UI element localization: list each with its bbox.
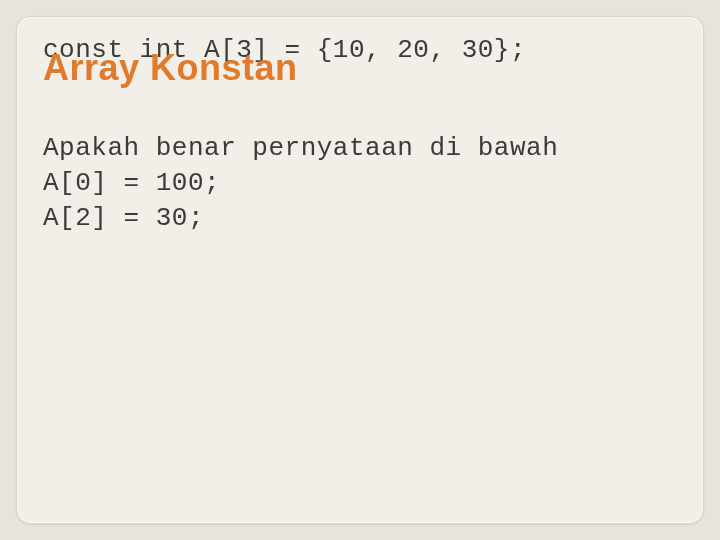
slide-title: Array Konstan <box>43 47 298 89</box>
slide-header-area: const int A[3] = {10, 20, 30}; Array Kon… <box>43 35 677 91</box>
statement-1: A[0] = 100; <box>43 168 220 198</box>
question-line: Apakah benar pernyataan di bawah <box>43 133 558 163</box>
slide-frame: const int A[3] = {10, 20, 30}; Array Kon… <box>16 16 704 524</box>
statement-2: A[2] = 30; <box>43 203 204 233</box>
slide-body: Apakah benar pernyataan di bawah A[0] = … <box>43 131 677 236</box>
